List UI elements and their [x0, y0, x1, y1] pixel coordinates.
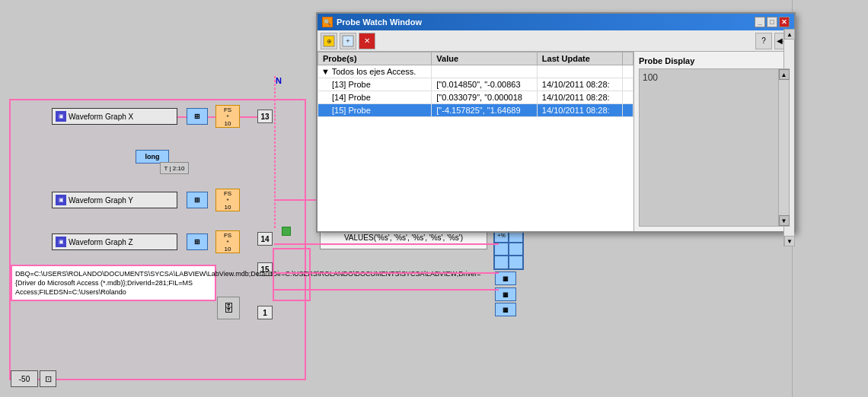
waveform-graph-z[interactable]: ▣ Waveform Graph Z	[52, 233, 177, 250]
title-left: 🔍 Probe Watch Window	[322, 17, 422, 27]
waveform-x-label: Waveform Graph X	[69, 113, 133, 121]
func-node-x2[interactable]: FS*10	[215, 105, 240, 128]
probe-window-title: Probe Watch Window	[337, 17, 422, 27]
probe-display-panel: Probe Display 100 ▲ ▼	[634, 52, 794, 231]
connector-block[interactable]: +%	[493, 228, 524, 270]
num-badge-14: 14	[257, 232, 273, 246]
col-scroll	[623, 52, 633, 65]
close-btn[interactable]: ✕	[779, 17, 790, 27]
num-badge-13: 13	[257, 110, 273, 123]
probe-table-area[interactable]: Probe(s) Value Last Update ▼ Todos los e…	[318, 52, 634, 231]
sql-line2: VALUES('%s', '%s', '%s', '%s', '%s')	[325, 233, 482, 242]
display-scroll-up[interactable]: ▲	[779, 69, 790, 80]
probe-watch-window: 🔍 Probe Watch Window _ □ ✕ ⊕ +	[316, 12, 796, 233]
wire-h-x2	[208, 116, 215, 118]
probe-row-14[interactable]: [14] Probe ["0.033079", "0.000018 14/10/…	[318, 91, 633, 104]
long-label: long	[145, 153, 160, 160]
waveform-graph-y[interactable]: ▣ Waveform Graph Y	[52, 192, 177, 208]
minimize-btn[interactable]: _	[755, 17, 765, 27]
probe-display-area: 100 ▲ ▼	[639, 68, 790, 227]
func-node-x1[interactable]: ⊞	[187, 108, 208, 125]
probe-15-value: ["-4.157825", "1.64689	[436, 106, 520, 115]
probe-toolbar: ⊕ + ✕ ? ◀◀	[318, 30, 794, 52]
bottom-node-50[interactable]: -50	[11, 370, 38, 387]
num-badge-1: 1	[257, 306, 273, 319]
probe-group-row[interactable]: ▼ Todos los ejes Access.	[318, 65, 633, 78]
waveform-z-label: Waveform Graph Z	[69, 238, 133, 246]
probe-row-13[interactable]: [13] Probe ["0.014850", "-0.00863 14/10/…	[318, 78, 633, 91]
group-label: Todos los ejes Access.	[332, 67, 416, 76]
insert-probe-btn[interactable]: ⊕	[321, 33, 337, 49]
waveform-y-icon: ▣	[56, 195, 66, 205]
type-indicator[interactable]: T | 2:10	[160, 162, 189, 174]
probe-14-value: ["0.033079", "0.000018	[436, 93, 522, 102]
probe-table: Probe(s) Value Last Update ▼ Todos los e…	[318, 52, 633, 117]
wire-v-n	[274, 76, 276, 228]
col-value: Value	[432, 52, 538, 65]
waveform-y-label: Waveform Graph Y	[69, 196, 133, 205]
func-node-y1[interactable]: ⊞	[187, 192, 208, 208]
probe-15-label: [15] Probe	[332, 106, 371, 115]
delete-probe-btn[interactable]: ✕	[359, 33, 375, 49]
probe-13-label: [13] Probe	[332, 80, 371, 89]
svg-text:+: +	[346, 37, 349, 45]
pink-area-bottom	[273, 248, 311, 301]
right-panel	[792, 0, 868, 397]
probe-body: Probe(s) Value Last Update ▼ Todos los e…	[318, 52, 794, 231]
add-probe-btn[interactable]: +	[340, 33, 356, 49]
probe-13-update: 14/10/2011 08:28:	[542, 80, 610, 89]
probe-display-scroll[interactable]: ▲ ▼	[778, 69, 789, 226]
probe-13-value: ["0.014850", "-0.00863	[436, 80, 520, 89]
func-node-z2[interactable]: FS*10	[215, 230, 240, 253]
probe-display-value: 100	[640, 69, 661, 86]
maximize-btn[interactable]: □	[767, 17, 777, 27]
waveform-graph-x[interactable]: ▣ Waveform Graph X	[52, 108, 177, 125]
waveform-z-icon: ▣	[56, 237, 66, 247]
func-node-z1[interactable]: ⊞	[187, 233, 208, 250]
func-node-y2[interactable]: FS*10	[215, 189, 240, 211]
col-probes: Probe(s)	[318, 52, 432, 65]
n-indicator: N	[276, 76, 282, 85]
probe-titlebar: 🔍 Probe Watch Window _ □ ✕	[318, 14, 794, 30]
titlebar-controls: _ □ ✕	[755, 17, 790, 27]
green-indicator	[282, 227, 291, 236]
wire-long-h3	[274, 272, 499, 274]
wire-h-x1	[177, 116, 187, 118]
db-icon-node[interactable]: 🗄	[217, 297, 240, 319]
display-scroll-down[interactable]: ▼	[779, 215, 790, 226]
probe-row-15[interactable]: [15] Probe ["-4.157825", "1.64689 14/10/…	[318, 104, 633, 117]
col-last-update: Last Update	[537, 52, 622, 65]
probe-14-label: [14] Probe	[332, 93, 371, 102]
bottom-icon[interactable]: ⊡	[40, 370, 56, 387]
func-right-3[interactable]: ▦	[495, 303, 516, 316]
svg-text:⊕: ⊕	[327, 38, 332, 45]
wire-long-h4	[274, 289, 499, 291]
help-btn[interactable]: ?	[755, 33, 772, 49]
wire-long-h2	[274, 243, 499, 245]
expand-icon: ▼	[321, 67, 332, 76]
waveform-x-icon: ▣	[56, 111, 66, 122]
probe-icon: 🔍	[322, 17, 333, 27]
probe-14-update: 14/10/2011 08:28:	[542, 93, 610, 102]
labview-canvas: ▣ Waveform Graph X ▣ Waveform Graph Y ▣ …	[0, 0, 868, 397]
probe-display-label: Probe Display	[639, 56, 790, 65]
wire-h-x3	[240, 116, 257, 118]
db-string-box: DBQ=C:\USERS\ROLANDO\DOCUMENTS\SYCSA\LAB…	[11, 265, 216, 301]
probe-15-update: 14/10/2011 08:28:	[542, 106, 610, 115]
